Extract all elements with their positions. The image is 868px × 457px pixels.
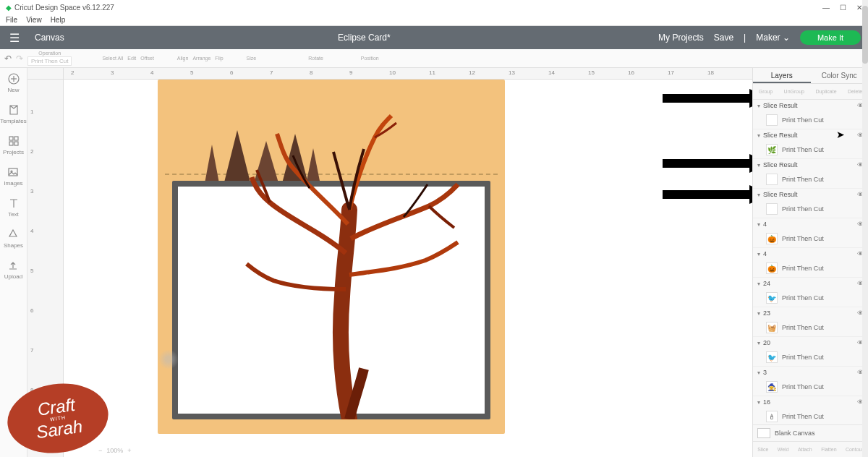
project-title[interactable]: Eclipse Card* (70, 33, 658, 43)
undo-button[interactable]: ↶ (4, 54, 12, 64)
layer-thumb (766, 114, 778, 126)
layer-group[interactable]: ▾4👁🎃Print Then Cut (753, 248, 868, 278)
sidebar-item-new[interactable]: New (7, 72, 20, 93)
footer-weld[interactable]: Weld (778, 447, 789, 452)
arrange-button[interactable]: Arrange (192, 56, 210, 61)
app-title: Cricut Design Space v6.12.227 (14, 4, 114, 12)
annotation-arrow (663, 185, 752, 204)
sidebar-item-upload[interactable]: Upload (4, 259, 22, 280)
op-delete[interactable]: Delete (848, 89, 862, 94)
tab-color-sync[interactable]: Color Sync (811, 68, 869, 83)
layer-op: Print Then Cut (782, 205, 824, 213)
window-close-button[interactable]: ✕ (856, 4, 862, 12)
footer-contour[interactable]: Contour (846, 447, 864, 452)
hamburger-menu-icon[interactable]: ☰ (0, 31, 29, 45)
machine-selector[interactable]: Maker ⌄ (756, 33, 790, 43)
tab-layers[interactable]: Layers (753, 68, 811, 83)
layer-group[interactable]: ▾20👁🐦Print Then Cut (753, 337, 868, 367)
zoom-control[interactable]: −100%+ (98, 447, 132, 454)
sidebar-item-projects[interactable]: Projects (3, 134, 24, 155)
caret-down-icon: ▾ (757, 281, 760, 287)
layer-item[interactable]: 🎃Print Then Cut (753, 260, 868, 277)
layer-item[interactable]: Print Then Cut (753, 171, 868, 188)
svg-rect-6 (14, 142, 18, 145)
layer-thumb: 🐦 (766, 292, 778, 304)
tree-image[interactable] (241, 108, 465, 419)
layer-thumb: 🌿 (766, 144, 778, 155)
panel-tabs: Layers Color Sync (753, 68, 868, 84)
position-label: Position (361, 56, 379, 61)
menubar: File View Help (0, 14, 868, 26)
ruler-corner (27, 68, 64, 80)
layer-item[interactable]: 🧙Print Then Cut (753, 378, 868, 396)
layer-item[interactable]: 🧺Print Then Cut (753, 319, 868, 336)
layer-item[interactable]: Print Then Cut (753, 200, 868, 218)
operation-select[interactable]: Print Then Cut (27, 56, 72, 66)
layer-item[interactable]: 🐦Print Then Cut (753, 349, 868, 366)
edit-button[interactable]: Edit (127, 56, 136, 61)
blank-canvas-row[interactable]: Blank Canvas (753, 424, 868, 441)
redo-button[interactable]: ↷ (16, 54, 23, 64)
images-icon (7, 166, 20, 179)
footer-attach[interactable]: Attach (798, 447, 812, 452)
caret-down-icon: ▾ (757, 103, 760, 109)
flip-button[interactable]: Flip (215, 56, 223, 61)
main: New Templates Projects Images Text Shape… (0, 68, 868, 457)
menu-help[interactable]: Help (51, 16, 66, 24)
canvas-area[interactable]: −100%+ (64, 80, 752, 457)
scrollbar[interactable] (862, 100, 868, 424)
layer-group[interactable]: ▾Slice Result👁Print Then Cut (753, 159, 868, 189)
layer-group[interactable]: ▾Slice Result👁🌿Print Then Cut (753, 129, 868, 159)
layer-item[interactable]: 🐦Print Then Cut (753, 289, 868, 307)
layer-name: 3 (763, 369, 767, 376)
my-projects-link[interactable]: My Projects (658, 33, 704, 43)
select-all-button[interactable]: Select All (102, 56, 123, 61)
menu-file[interactable]: File (6, 16, 17, 24)
layer-item[interactable]: 🕯Print Then Cut (753, 408, 868, 424)
sidebar-item-images[interactable]: Images (4, 166, 22, 187)
offset-button[interactable]: Offset (140, 56, 154, 61)
layer-name: 4 (763, 221, 767, 228)
menu-view[interactable]: View (26, 16, 42, 24)
layer-group[interactable]: ▾24👁🐦Print Then Cut (753, 278, 868, 307)
footer-slice[interactable]: Slice (757, 447, 768, 452)
caret-down-icon: ▾ (757, 192, 760, 198)
layer-group[interactable]: ▾4👁🎃Print Then Cut (753, 218, 868, 248)
caret-down-icon: ▾ (757, 251, 760, 257)
op-duplicate[interactable]: Duplicate (815, 89, 836, 94)
caret-down-icon: ▾ (757, 221, 760, 228)
layer-group[interactable]: ▾23👁🧺Print Then Cut (753, 307, 868, 337)
layer-item[interactable]: Print Then Cut (753, 111, 868, 129)
align-button[interactable]: Align (177, 56, 189, 61)
layer-op: Print Then Cut (782, 383, 824, 390)
footer-flatten[interactable]: Flatten (821, 447, 836, 452)
op-ungroup[interactable]: UnGroup (784, 89, 804, 94)
layer-item[interactable]: 🎃Print Then Cut (753, 230, 868, 247)
window-maximize-button[interactable]: ☐ (840, 4, 846, 12)
sidebar-item-templates[interactable]: Templates (0, 103, 26, 124)
layer-thumb: 🕯 (766, 411, 778, 422)
layer-group[interactable]: ▾3👁🧙Print Then Cut (753, 367, 868, 396)
layer-name: Slice Result (763, 102, 798, 109)
layer-name: 24 (763, 280, 770, 287)
sidebar-item-text[interactable]: Text (7, 197, 20, 218)
right-panel: Layers Color Sync Group UnGroup Duplicat… (752, 68, 868, 457)
layer-thumb: 🎃 (766, 262, 778, 274)
layer-group[interactable]: ▾Slice Result👁Print Then Cut (753, 100, 868, 129)
window-minimize-button[interactable]: — (822, 4, 830, 12)
save-link[interactable]: Save (714, 33, 733, 43)
make-it-button[interactable]: Make It (800, 30, 861, 45)
layer-thumb: 🧺 (766, 322, 778, 333)
layer-group[interactable]: ▾16👁🕯Print Then Cut (753, 396, 868, 424)
shapes-icon (7, 228, 20, 241)
sidebar-item-shapes[interactable]: Shapes (4, 228, 23, 249)
layer-group[interactable]: ▾Slice Result👁Print Then Cut (753, 189, 868, 218)
cursor-icon: ➤ (836, 129, 845, 140)
layer-op: Print Then Cut (782, 354, 824, 361)
layer-thumb (766, 203, 778, 215)
svg-rect-5 (9, 142, 13, 145)
chevron-down-icon: ⌄ (783, 33, 790, 43)
op-group[interactable]: Group (759, 89, 773, 94)
layer-item[interactable]: 🌿Print Then Cut (753, 141, 868, 158)
layers-list: ▾Slice Result👁Print Then Cut▾Slice Resul… (753, 100, 868, 424)
